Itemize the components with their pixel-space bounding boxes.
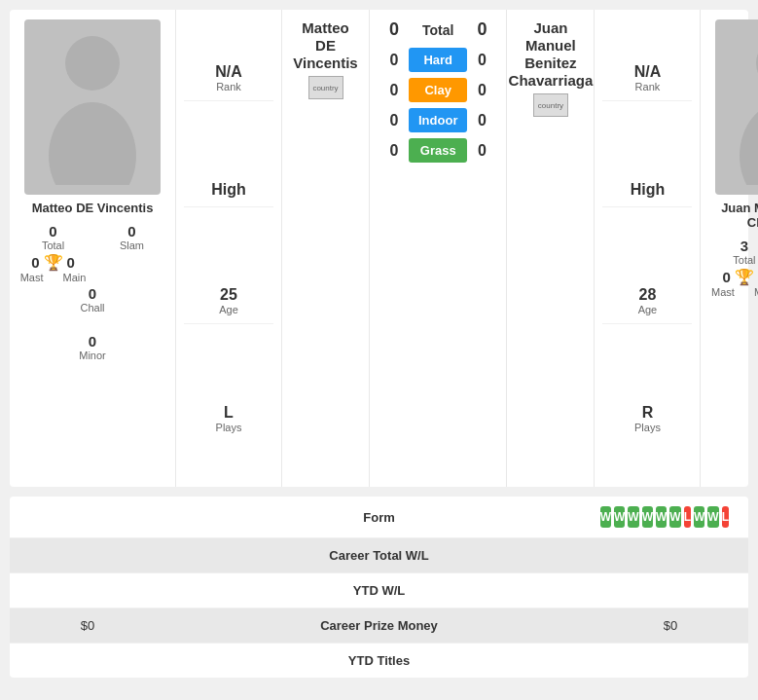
- indoor-badge: Indoor: [409, 108, 467, 132]
- left-player-stats-grid: 0 Total 0 Slam 0 🏆 0 Mast Main: [19, 223, 165, 361]
- left-main-label: Main: [63, 272, 87, 283]
- form-badge-10: L: [722, 506, 729, 528]
- left-chall-value: 0: [89, 285, 96, 302]
- right-middle-stats: N/A Rank High 28 Age R Plays: [594, 10, 701, 487]
- left-player-avatar: [24, 19, 161, 195]
- left-player-card: Matteo DE Vincentis 0 Total 0 Slam 0 🏆 0: [10, 10, 175, 487]
- info-rows: Form W W W W W W L W W L Career Total W/…: [10, 497, 748, 678]
- grass-badge: Grass: [409, 138, 467, 163]
- total-score-right: 0: [467, 19, 496, 40]
- left-mast-value: 0: [31, 254, 39, 271]
- form-badge-8: W: [694, 506, 704, 528]
- form-badge-7: L: [684, 506, 691, 528]
- left-plays-value: L: [224, 404, 234, 422]
- left-total-value: 0: [49, 223, 56, 239]
- right-plays-item: R Plays: [602, 396, 692, 441]
- court-row-clay: 0 Clay 0: [379, 78, 496, 102]
- left-slam-value: 0: [127, 223, 135, 239]
- clay-badge: Clay: [409, 78, 467, 102]
- comparison-card: Matteo DE Vincentis 0 Total 0 Slam 0 🏆 0: [10, 10, 748, 487]
- right-total-cell: 3 Total: [710, 238, 758, 266]
- form-badge-5: W: [656, 506, 667, 528]
- left-plays-label: Plays: [216, 422, 242, 433]
- left-minor-label: Minor: [79, 350, 106, 361]
- left-header-panel: Matteo DE Vincentis country: [282, 10, 370, 487]
- form-badge-3: W: [628, 506, 638, 528]
- right-mast-label: Mast: [711, 286, 735, 298]
- clay-score-right: 0: [467, 82, 496, 99]
- left-trophy-row: 0 🏆 0: [31, 253, 75, 272]
- right-header-panel: Juan Manuel Benitez Chavarriaga country: [506, 10, 594, 487]
- left-age-label: Age: [219, 304, 238, 315]
- main-container: Matteo DE Vincentis 0 Total 0 Slam 0 🏆 0: [0, 10, 758, 678]
- left-plays-item: L Plays: [184, 396, 273, 441]
- indoor-score-right: 0: [467, 112, 496, 129]
- court-section: 0 Total 0 0 Hard 0 0 Clay 0 0 Indoor 0 0: [370, 10, 506, 487]
- ytd-wl-label: YTD W/L: [146, 583, 612, 598]
- left-trophy-icon: 🏆: [44, 253, 63, 272]
- grass-score-left: 0: [379, 142, 409, 160]
- right-trophy-row: 0 🏆 0: [723, 268, 758, 286]
- total-row: 0 Total 0: [379, 19, 496, 40]
- form-badge-2: W: [614, 506, 625, 528]
- form-badges-container: W W W W W W L W W L: [612, 506, 729, 528]
- right-rank-value: N/A: [634, 63, 662, 81]
- right-age-label: Age: [638, 304, 658, 315]
- career-prize-label: Career Prize Money: [146, 618, 612, 633]
- right-plays-value: R: [642, 404, 654, 422]
- career-total-label: Career Total W/L: [146, 548, 612, 563]
- ytd-titles-label: YTD Titles: [146, 653, 612, 668]
- left-player-full-name: Matteo DE Vincentis: [290, 19, 361, 72]
- left-rank-value: N/A: [215, 63, 242, 81]
- right-trophy-icon: 🏆: [735, 268, 754, 286]
- right-peak-value: High: [631, 181, 666, 199]
- right-total-label: Total: [733, 254, 755, 266]
- career-prize-right: $0: [612, 618, 729, 633]
- right-mast-cell: 0 🏆 0 Mast Main: [710, 268, 758, 298]
- right-country-flag: country: [533, 93, 568, 117]
- career-total-row: Career Total W/L: [10, 538, 748, 573]
- left-minor-value: 0: [89, 333, 96, 350]
- form-label: Form: [146, 510, 612, 525]
- left-age-value: 25: [220, 286, 237, 304]
- form-badge-9: W: [707, 506, 718, 528]
- right-player-full-name: Juan Manuel Benitez Chavarriaga: [509, 19, 594, 90]
- court-row-grass: 0 Grass 0: [379, 138, 496, 163]
- right-main-label: Main: [754, 286, 758, 298]
- right-peak-item: High: [602, 173, 692, 207]
- left-slam-label: Slam: [120, 239, 144, 251]
- right-total-value: 3: [740, 238, 748, 254]
- left-age-item: 25 Age: [184, 278, 273, 324]
- right-player-card: Juan Manuel Benitez Chavarriaga 3 Total …: [701, 10, 758, 487]
- left-chall-cell: 0 Chall 0 Minor: [19, 285, 165, 361]
- career-prize-row: $0 Career Prize Money $0: [10, 608, 748, 644]
- total-label: Total: [422, 22, 453, 38]
- indoor-score-left: 0: [379, 112, 409, 129]
- left-total-label: Total: [42, 239, 64, 251]
- right-player-name: Juan Manuel Benitez Chavarriaga: [710, 201, 758, 230]
- left-mast-cell: 0 🏆 0 Mast Main: [19, 253, 87, 283]
- svg-point-3: [740, 102, 758, 185]
- left-slam-cell: 0 Slam: [98, 223, 165, 251]
- ytd-wl-row: YTD W/L: [10, 573, 748, 608]
- ytd-titles-row: YTD Titles: [10, 644, 748, 678]
- right-rank-label: Rank: [635, 81, 661, 92]
- grass-score-right: 0: [467, 142, 496, 160]
- total-score-left: 0: [379, 19, 409, 40]
- form-badge-4: W: [642, 506, 653, 528]
- right-age-value: 28: [639, 286, 657, 304]
- right-player-stats-grid: 3 Total 0 Slam 0 🏆 0 Mast Main: [710, 238, 758, 376]
- left-middle-stats: N/A Rank High 25 Age L Plays: [175, 10, 282, 487]
- right-mast-value: 0: [723, 269, 731, 285]
- form-badge-1: W: [600, 506, 611, 528]
- svg-point-1: [49, 102, 136, 185]
- left-peak-value: High: [211, 181, 246, 199]
- right-plays-label: Plays: [634, 422, 661, 433]
- hard-badge: Hard: [409, 48, 467, 72]
- left-chall-label: Chall: [80, 302, 104, 313]
- hard-score-left: 0: [379, 52, 409, 69]
- left-player-name: Matteo DE Vincentis: [32, 201, 154, 215]
- hard-score-right: 0: [467, 52, 496, 69]
- form-row: Form W W W W W W L W W L: [10, 497, 748, 538]
- svg-point-0: [65, 36, 120, 91]
